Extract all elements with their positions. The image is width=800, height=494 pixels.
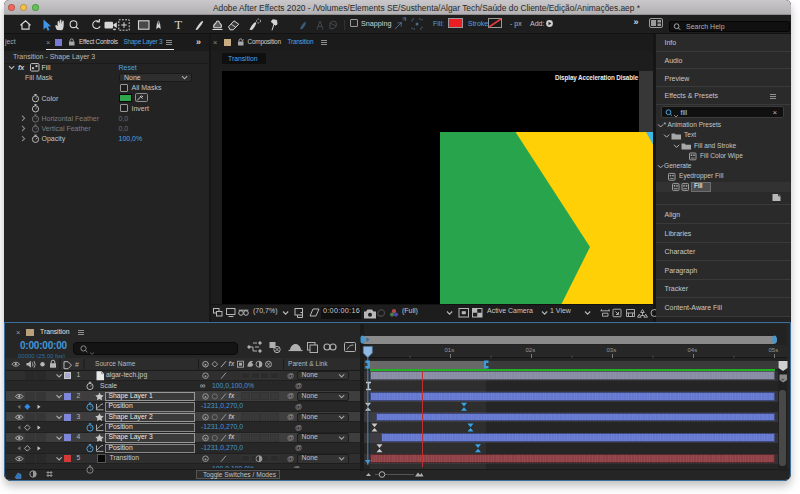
svg-text:+: + — [781, 376, 785, 382]
